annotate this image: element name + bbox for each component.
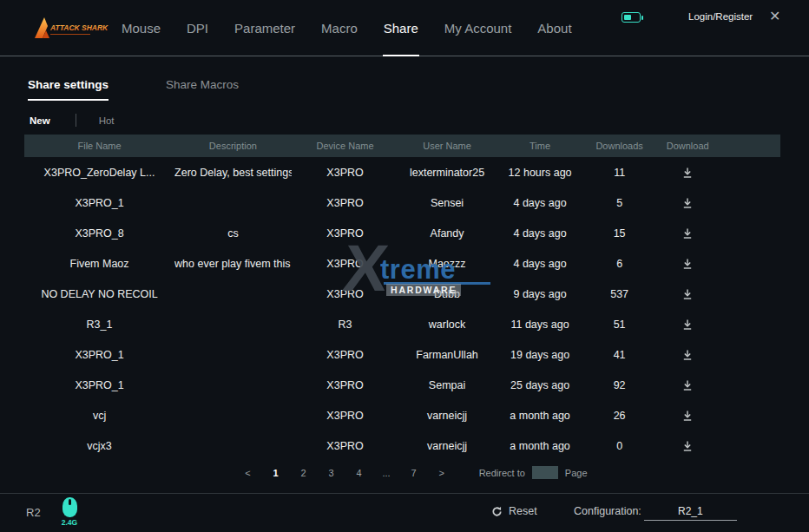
redirect-label: Redirect to [479, 468, 525, 478]
refresh-icon [491, 506, 503, 517]
downloads-count-cell: 5 [584, 197, 654, 209]
mouse-wheel-icon [69, 499, 71, 505]
user-name-cell: Maozzz [398, 258, 495, 270]
file-name-cell: X3PRO_8 [24, 227, 174, 240]
download-icon[interactable] [680, 438, 695, 454]
table-row: vcj X3PRO varneicjj a month ago 26 [24, 400, 780, 430]
user-name-cell: Afandy [398, 227, 495, 240]
file-name-cell: Fivem Maoz [24, 258, 174, 270]
status-bar: R2 2.4G Reset Configuration: R2_1 [0, 493, 809, 532]
close-icon[interactable]: ✕ [769, 8, 780, 25]
download-icon[interactable] [680, 165, 695, 181]
table-header-row: File Name Description Device Name User N… [24, 135, 780, 157]
nav-tab-my-account[interactable]: My Account [443, 0, 514, 56]
file-name-cell: X3PRO_1 [24, 197, 174, 209]
file-name-cell: R3_1 [24, 319, 174, 331]
configuration-label: Configuration: [574, 505, 641, 517]
device-name-cell: R3 [292, 319, 399, 331]
logo-text: ATTACK SHARK [49, 23, 109, 32]
page-button-1[interactable]: 1 [271, 468, 280, 478]
app-window: ATTACK SHARK Mouse DPI Parameter Macro S… [0, 0, 809, 532]
downloads-count-cell: 6 [584, 258, 654, 270]
col-header-user-name: User Name [398, 141, 495, 151]
download-icon[interactable] [680, 317, 695, 332]
time-cell: 12 hours ago [496, 167, 585, 179]
configuration-value-select[interactable]: R2_1 [644, 505, 737, 521]
page-button-2[interactable]: 2 [299, 468, 307, 478]
tab-share-macros[interactable]: Share Macros [166, 78, 239, 101]
filter-hot[interactable]: Hot [99, 115, 115, 126]
login-register-link[interactable]: Login/Register [688, 11, 753, 22]
device-name-cell: X3PRO [292, 167, 399, 179]
downloads-count-cell: 92 [584, 379, 654, 391]
file-name-cell: vcj [24, 410, 174, 422]
filter-divider [76, 114, 76, 127]
file-name-cell: X3PRO_ZeroDelay L... [24, 167, 174, 179]
page-suffix-label: Page [565, 468, 588, 478]
user-name-cell: Dubb [398, 288, 495, 300]
pagination: < 1 2 3 4 ... 7 > Redirect to Page [24, 466, 780, 479]
file-name-cell: NO DELAY NO RECOIL [24, 288, 174, 300]
table-row: X3PRO_1 X3PRO Sensei 4 days ago 5 [24, 187, 780, 218]
download-icon[interactable] [680, 195, 695, 211]
download-icon[interactable] [680, 226, 695, 241]
redirect-group: Redirect to Page [479, 466, 588, 479]
downloads-count-cell: 11 [584, 167, 654, 179]
tab-share-settings[interactable]: Share settings [28, 78, 109, 101]
time-cell: 19 days ago [496, 349, 585, 361]
page-button-7[interactable]: 7 [410, 468, 418, 478]
col-header-device-name: Device Name [292, 141, 399, 151]
mouse-icon [62, 497, 77, 517]
page-button-4[interactable]: 4 [354, 468, 363, 478]
table-row: X3PRO_8 cs X3PRO Afandy 4 days ago 15 [24, 218, 780, 248]
prev-page-icon[interactable]: < [243, 468, 252, 478]
nav-tab-mouse[interactable]: Mouse [120, 0, 162, 56]
col-header-time: Time [496, 141, 585, 151]
downloads-count-cell: 0 [584, 440, 654, 452]
table-row: X3PRO_1 X3PRO Sempai 25 days ago 92 [24, 370, 780, 400]
filter-new[interactable]: New [30, 115, 50, 126]
next-page-icon[interactable]: > [437, 468, 446, 478]
download-icon[interactable] [680, 347, 695, 363]
share-subtabs: Share settings Share Macros [28, 78, 239, 101]
device-name-cell: X3PRO [292, 197, 399, 209]
download-icon[interactable] [680, 378, 695, 393]
nav-tab-share[interactable]: Share [382, 0, 420, 56]
battery-icon [622, 12, 641, 23]
nav-tab-parameter[interactable]: Parameter [233, 0, 297, 56]
device-name-cell: X3PRO [292, 379, 399, 391]
shared-settings-table: File Name Description Device Name User N… [24, 135, 780, 461]
col-header-description: Description [174, 141, 292, 151]
device-name-cell: X3PRO [292, 288, 399, 300]
page-ellipsis: ... [382, 468, 390, 478]
download-icon[interactable] [680, 286, 695, 302]
device-profile-label: R2 [26, 506, 41, 519]
reset-button[interactable]: Reset [491, 505, 537, 517]
top-bar: ATTACK SHARK Mouse DPI Parameter Macro S… [0, 0, 809, 56]
battery-fill-level [624, 15, 631, 20]
nav-tab-about[interactable]: About [536, 0, 573, 56]
time-cell: a month ago [496, 410, 585, 422]
time-cell: 4 days ago [496, 227, 585, 240]
downloads-count-cell: 26 [584, 410, 654, 422]
device-name-cell: X3PRO [292, 410, 399, 422]
user-name-cell: warlock [398, 319, 495, 331]
device-name-cell: X3PRO [292, 349, 399, 361]
file-name-cell: vcjx3 [24, 440, 174, 452]
time-cell: 25 days ago [496, 379, 585, 391]
table-row: Fivem Maoz who ever play fivem this is f… [24, 248, 780, 279]
downloads-count-cell: 537 [584, 288, 654, 300]
mouse-connection-widget: 2.4G [59, 497, 80, 527]
nav-tab-dpi[interactable]: DPI [185, 0, 210, 56]
nav-tab-macro[interactable]: Macro [319, 0, 359, 56]
download-icon[interactable] [680, 408, 695, 424]
device-name-cell: X3PRO [292, 440, 399, 452]
download-icon[interactable] [680, 256, 695, 272]
time-cell: 11 days ago [496, 319, 585, 331]
page-button-3[interactable]: 3 [326, 468, 335, 478]
downloads-count-cell: 41 [584, 349, 654, 361]
user-name-cell: FarmanUllah [398, 349, 495, 361]
redirect-page-input[interactable] [532, 466, 558, 479]
file-name-cell: X3PRO_1 [24, 349, 174, 361]
table-row: vcjx3 X3PRO varneicjj a month ago 0 [24, 430, 780, 461]
